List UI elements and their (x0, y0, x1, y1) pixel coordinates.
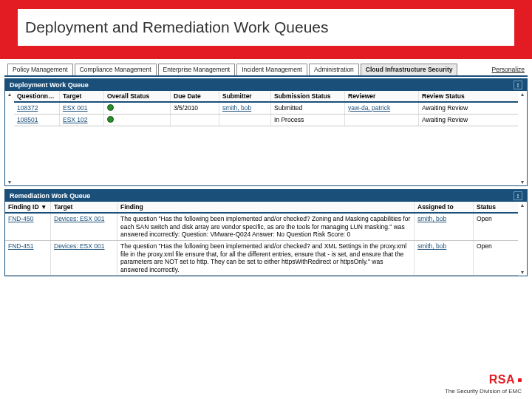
submission-status: In Process (271, 115, 345, 126)
nav-tab-compliance[interactable]: Compliance Management (75, 64, 157, 75)
review-status: Awaiting Review (419, 103, 518, 114)
nav-tab-admin[interactable]: Administration (309, 64, 359, 75)
left-thumb[interactable]: ▴▾ (5, 91, 14, 185)
assigned-link[interactable]: smith, bob (417, 242, 446, 250)
col-assigned[interactable]: Assigned to (415, 202, 474, 212)
status-dot-icon (107, 104, 114, 111)
col-due-date[interactable]: Due Date (171, 91, 219, 101)
status-text: Open (474, 241, 518, 276)
due-date: 3/5/2010 (171, 103, 219, 114)
target-link[interactable]: Devices: ESX 001 (54, 242, 105, 250)
submission-status: Submitted (271, 103, 345, 114)
table-row[interactable]: 108372 ESX 001 3/5/2010 smith, bob Submi… (14, 103, 518, 115)
col-questionnaire[interactable]: Questionna... (14, 91, 60, 101)
table-row[interactable]: 108501 ESX 102 In Process Awaiting Revie… (14, 115, 518, 126)
finding-text: The question "Has the following been imp… (117, 241, 415, 276)
panel-toggle-icon[interactable]: ↕ (514, 191, 522, 200)
submitter-cell (219, 115, 271, 126)
nav-tab-enterprise[interactable]: Enterprise Management (158, 64, 236, 75)
nav-tab-cloud[interactable]: Cloud Infrastructure Security (361, 64, 458, 75)
col-submission-status[interactable]: Submission Status (271, 91, 345, 101)
app-frame: Policy Management Compliance Management … (4, 64, 528, 276)
remediation-panel: Remediation Work Queue ↕ Finding ID ▼ Ta… (4, 189, 528, 276)
col-overall-status[interactable]: Overall Status (104, 91, 171, 101)
remediation-grid-header: Finding ID ▼ Target Finding Assigned to … (5, 202, 518, 214)
logo-square-icon (518, 378, 522, 382)
col-target[interactable]: Target (60, 91, 104, 101)
deployment-grid-body: 108372 ESX 001 3/5/2010 smith, bob Submi… (14, 103, 518, 185)
col-submitter[interactable]: Submitter (219, 91, 271, 101)
col-finding[interactable]: Finding (117, 202, 415, 212)
col-target[interactable]: Target (51, 202, 117, 212)
status-cell (104, 115, 171, 126)
rsa-tagline: The Security Division of EMC (445, 388, 522, 395)
deployment-panel-header: Deployment Work Queue ↕ (5, 79, 527, 91)
footer-branding: RSA The Security Division of EMC (445, 373, 522, 395)
status-dot-icon (107, 116, 114, 123)
table-row[interactable]: FND-451 Devices: ESX 001 The question "H… (5, 241, 518, 276)
scrollbar[interactable]: ▴▾ (518, 202, 527, 276)
personalize-link[interactable]: Personalize (492, 66, 525, 73)
deployment-panel: Deployment Work Queue ↕ ▴▾ Questionna...… (4, 78, 528, 186)
col-reviewer[interactable]: Reviewer (345, 91, 419, 101)
target-link[interactable]: Devices: ESX 001 (54, 215, 105, 222)
nav-tab-policy[interactable]: Policy Management (7, 64, 73, 75)
reviewer-cell (345, 115, 419, 126)
page-title-text: Deployment and Remediation Work Queues (25, 18, 329, 36)
rsa-mark: RSA (489, 373, 515, 386)
target-link[interactable]: ESX 001 (63, 104, 88, 112)
col-status[interactable]: Status (474, 202, 518, 212)
nav-bar: Policy Management Compliance Management … (4, 64, 528, 77)
deployment-grid-header: Questionna... Target Overall Status Due … (14, 91, 518, 103)
remediation-panel-title: Remediation Work Queue (10, 192, 90, 200)
page-title: Deployment and Remediation Work Queues (18, 9, 514, 46)
col-finding-id[interactable]: Finding ID ▼ (5, 202, 51, 212)
remediation-grid: Finding ID ▼ Target Finding Assigned to … (5, 202, 518, 276)
finding-link[interactable]: FND-450 (8, 215, 33, 222)
status-text: Open (474, 214, 518, 240)
assigned-link[interactable]: smith, bob (417, 215, 446, 222)
rsa-logo: RSA (445, 373, 522, 386)
deployment-grid: Questionna... Target Overall Status Due … (14, 91, 518, 185)
reviewer-link[interactable]: yaw-da, patrick (348, 104, 390, 112)
nav-tab-incident[interactable]: Incident Management (236, 64, 307, 75)
questionnaire-link[interactable]: 108372 (17, 104, 38, 112)
col-review-status[interactable]: Review Status (419, 91, 518, 101)
submitter-link[interactable]: smith, bob (222, 104, 251, 112)
deployment-panel-title: Deployment Work Queue (10, 81, 89, 89)
sort-desc-icon: ▼ (41, 203, 47, 211)
scrollbar[interactable]: ▴▾ (518, 91, 527, 185)
finding-text: The question "Has the following been imp… (117, 214, 415, 240)
table-row[interactable]: FND-450 Devices: ESX 001 The question "H… (5, 214, 518, 241)
remediation-grid-body: FND-450 Devices: ESX 001 The question "H… (5, 214, 518, 276)
finding-link[interactable]: FND-451 (8, 242, 33, 250)
due-date (171, 115, 219, 126)
target-link[interactable]: ESX 102 (63, 116, 88, 123)
col-finding-id-label: Finding ID (8, 203, 39, 211)
panel-toggle-icon[interactable]: ↕ (514, 81, 522, 89)
remediation-panel-header: Remediation Work Queue ↕ (5, 190, 527, 202)
questionnaire-link[interactable]: 108501 (17, 116, 38, 123)
review-status: Awaiting Review (419, 115, 518, 126)
status-cell (104, 103, 171, 114)
